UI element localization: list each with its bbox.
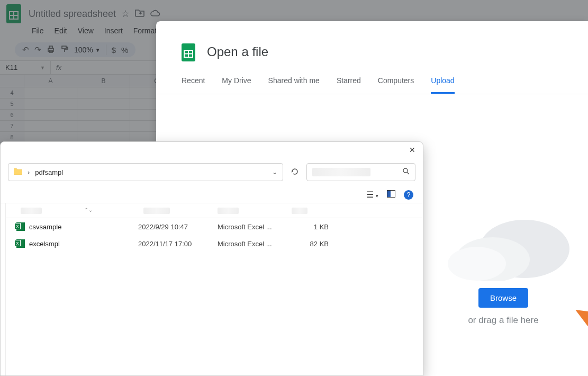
file-row[interactable]: excelsmpl 2022/11/17 17:00 Microsoft Exc… (6, 235, 423, 252)
upload-dropzone[interactable]: Browse or drag a file here (435, 201, 572, 326)
tab-shared-with-me[interactable]: Shared with me (268, 76, 320, 94)
search-icon[interactable] (403, 168, 410, 176)
dialog-tabs: Recent My Drive Shared with me Starred C… (156, 76, 588, 94)
file-size: 1 KB (292, 223, 334, 231)
close-icon[interactable]: ✕ (409, 146, 415, 154)
path-current-folder[interactable]: pdfsampl (35, 168, 63, 176)
folder-icon (14, 167, 22, 177)
dialog-title: Open a file (207, 44, 268, 59)
browse-button[interactable]: Browse (478, 288, 528, 308)
explorer-file-list: ⌃⌄ csvsample 2022/9/29 10:47 Microsoft E… (6, 203, 423, 375)
tab-computers[interactable]: Computers (378, 76, 414, 94)
search-placeholder-blur (312, 168, 370, 176)
file-date: 2022/11/17 17:00 (138, 240, 218, 248)
file-date: 2022/9/29 10:47 (138, 223, 218, 231)
explorer-view-toolbar: ☰ ▾ ? (1, 186, 423, 203)
file-explorer-window: ✕ › pdfsampl ⌄ ☰ ▾ ? ⌃⌄ (0, 141, 423, 376)
file-type: Microsoft Excel ... (218, 223, 292, 231)
preview-pane-icon[interactable] (387, 190, 395, 200)
sort-indicator-icon[interactable]: ⌃⌄ (84, 207, 93, 213)
svg-line-19 (407, 172, 409, 174)
explorer-search-field[interactable] (306, 163, 415, 181)
chevron-down-icon[interactable]: ⌄ (272, 168, 277, 176)
tab-my-drive[interactable]: My Drive (222, 76, 251, 94)
explorer-navbar: › pdfsampl ⌄ (1, 158, 423, 186)
tab-upload[interactable]: Upload (431, 76, 454, 94)
svg-point-18 (403, 168, 408, 173)
path-separator: › (28, 168, 30, 176)
refresh-icon[interactable] (291, 167, 299, 177)
file-type: Microsoft Excel ... (218, 240, 292, 248)
explorer-column-headers: ⌃⌄ (6, 203, 423, 218)
view-list-icon[interactable]: ☰ ▾ (366, 190, 378, 200)
svg-point-14 (448, 247, 506, 281)
excel-file-icon (16, 239, 25, 248)
explorer-sidebar (1, 203, 6, 375)
path-breadcrumb[interactable]: › pdfsampl ⌄ (8, 163, 283, 181)
tab-starred[interactable]: Starred (337, 76, 361, 94)
explorer-titlebar: ✕ (1, 142, 423, 158)
excel-file-icon (16, 222, 25, 231)
file-name: csvsample (29, 223, 61, 231)
file-size: 82 KB (292, 240, 334, 248)
help-icon[interactable]: ? (404, 190, 413, 200)
file-name: excelsmpl (29, 240, 60, 248)
drag-hint-text: or drag a file here (468, 315, 538, 326)
tab-recent[interactable]: Recent (182, 76, 205, 94)
sheets-file-icon (182, 43, 198, 60)
file-row[interactable]: csvsample 2022/9/29 10:47 Microsoft Exce… (6, 218, 423, 235)
cloud-illustration (435, 201, 572, 281)
